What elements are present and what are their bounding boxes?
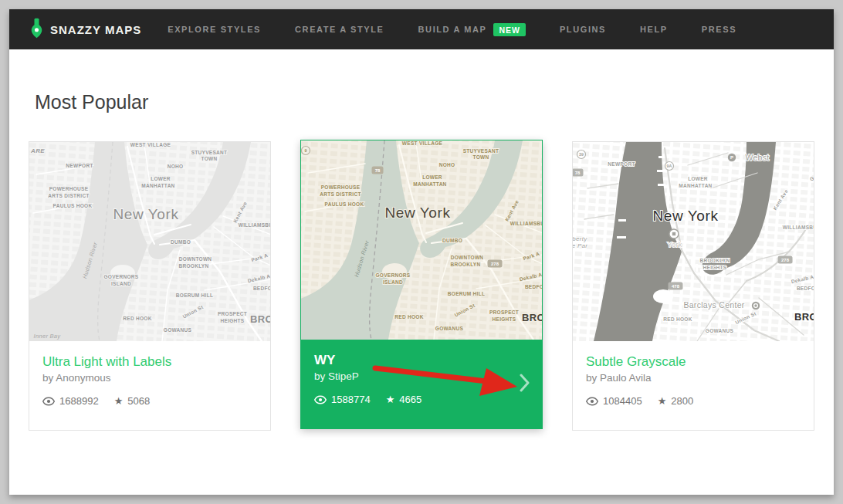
svg-text:GOVERNORS: GOVERNORS — [376, 272, 411, 278]
svg-text:WEST VILLAGE: WEST VILLAGE — [130, 142, 171, 147]
svg-text:BOERUM HILL: BOERUM HILL — [448, 291, 485, 296]
stars-stat: ★ 4665 — [386, 394, 422, 405]
svg-text:LOWER: LOWER — [151, 176, 171, 181]
views-stat: 1084405 — [586, 395, 642, 407]
svg-text:BROOKLYN: BROOKLYN — [179, 263, 209, 269]
svg-text:278: 278 — [491, 262, 499, 266]
svg-text:ISLAND: ISLAND — [111, 281, 131, 286]
nav-press[interactable]: PRESS — [702, 25, 736, 34]
svg-text:New York: New York — [384, 205, 450, 221]
views-count: 1588774 — [331, 394, 371, 405]
star-icon: ★ — [114, 396, 124, 406]
svg-text:HEIGHTS: HEIGHTS — [493, 316, 516, 322]
chevron-right-icon[interactable] — [520, 373, 530, 396]
svg-text:Inner Bay: Inner Bay — [34, 333, 62, 340]
svg-text:478: 478 — [672, 284, 680, 289]
svg-text:DOWNTOWN: DOWNTOWN — [451, 255, 484, 260]
top-navbar: SNAZZY MAPS EXPLORE STYLES CREATE A STYL… — [9, 9, 834, 49]
svg-text:BRO: BRO — [794, 311, 814, 323]
svg-text:NOHO: NOHO — [439, 162, 455, 167]
svg-text:BEDFO: BEDFO — [253, 286, 270, 291]
svg-text:9A: 9A — [667, 164, 672, 168]
stars-stat: ★ 5068 — [114, 395, 151, 407]
svg-text:berty: berty — [573, 235, 587, 242]
svg-text:DUMBO: DUMBO — [442, 238, 462, 243]
svg-text:BROOKLYN: BROOKLYN — [451, 262, 481, 267]
stars-count: 5068 — [127, 395, 150, 407]
map-preview-wy[interactable]: 9WEST VILLAGESTUYVESANTTOWNNOHO78LOWERMA… — [301, 140, 542, 340]
svg-text:BROOKLYN: BROOKLYN — [700, 258, 730, 263]
svg-text:PAULUS HOOK: PAULUS HOOK — [53, 203, 93, 208]
brand-name: SNAZZY MAPS — [50, 23, 141, 36]
brand-logo[interactable]: SNAZZY MAPS — [31, 18, 141, 42]
new-badge: NEW — [493, 23, 526, 36]
svg-text:TOWN: TOWN — [473, 154, 489, 160]
style-title-link[interactable]: Ultra Light with Labels — [42, 353, 257, 370]
eye-icon — [586, 397, 598, 406]
card-footer: Ultra Light with Labels by Anonymous 168… — [29, 341, 270, 430]
nav-build-a-map[interactable]: BUILD A MAP NEW — [418, 23, 526, 36]
svg-text:BRO: BRO — [250, 313, 270, 325]
card-footer: Subtle Grayscale by Paulo Avila 1084405 … — [573, 341, 814, 430]
nav-create-a-style[interactable]: CREATE A STYLE — [295, 25, 384, 34]
svg-text:ARTS DISTRICT: ARTS DISTRICT — [320, 191, 361, 197]
svg-text:BRO: BRO — [522, 312, 542, 323]
svg-text:Barclays Center: Barclays Center — [683, 300, 744, 310]
svg-text:ARTS DISTRICT: ARTS DISTRICT — [48, 193, 89, 198]
svg-text:RED HOOK: RED HOOK — [123, 316, 151, 321]
snazzy-maps-page: SNAZZY MAPS EXPLORE STYLES CREATE A STYL… — [9, 9, 834, 495]
map-image-wy: 9WEST VILLAGESTUYVESANTTOWNNOHO78LOWERMA… — [301, 140, 542, 340]
svg-text:NEWPORT: NEWPORT — [608, 161, 635, 167]
views-stat: 1688992 — [42, 395, 99, 407]
nav-help[interactable]: HELP — [640, 25, 668, 34]
svg-text:HEIGHTS: HEIGHTS — [221, 318, 245, 323]
star-icon: ★ — [386, 394, 395, 404]
stars-stat: ★ 2800 — [658, 395, 694, 407]
svg-text:HEIGHTS: HEIGHTS — [703, 265, 727, 270]
map-preview-subtle-grayscale[interactable]: 3978NEWPORT9APWebstGLOWERMANHATTANKent A… — [573, 142, 814, 341]
card-footer-hovered: WY by StipeP 1588774 ★ 4665 — [301, 340, 542, 428]
svg-text:LOWER: LOWER — [688, 176, 708, 181]
nav-items: EXPLORE STYLES CREATE A STYLE BUILD A MA… — [168, 23, 736, 36]
svg-text:NOHO: NOHO — [168, 164, 184, 169]
stars-count: 4665 — [399, 394, 422, 405]
views-count: 1084405 — [603, 395, 642, 407]
nav-plugins[interactable]: PLUGINS — [560, 25, 606, 34]
card-stats: 1688992 ★ 5068 — [42, 395, 257, 407]
svg-text:MANHATTAN: MANHATTAN — [679, 183, 712, 188]
style-author: by Anonymous — [42, 372, 257, 384]
svg-text:NEWPORT: NEWPORT — [66, 163, 93, 168]
card-stats: 1588774 ★ 4665 — [314, 394, 529, 405]
svg-text:ISLAND: ISLAND — [383, 279, 403, 285]
svg-text:POWERHOUSE: POWERHOUSE — [321, 184, 361, 190]
map-preview-ultra-light[interactable]: AREWEST VILLAGESTUYVESANTTOWNNEWPORTNOHO… — [29, 142, 270, 341]
svg-text:78: 78 — [375, 168, 381, 173]
nav-explore-styles[interactable]: EXPLORE STYLES — [168, 25, 261, 34]
svg-text:RED HOOK: RED HOOK — [663, 316, 692, 322]
svg-text:GOWANUS: GOWANUS — [164, 327, 192, 333]
svg-text:WILLIAMSBU: WILLIAMSBU — [783, 225, 814, 230]
svg-text:STUYVESANT: STUYVESANT — [191, 150, 228, 155]
svg-text:PAULUS HOOK: PAULUS HOOK — [325, 201, 364, 207]
svg-text:GOVERNORS: GOVERNORS — [104, 274, 139, 279]
star-icon: ★ — [658, 396, 667, 406]
card-stats: 1084405 ★ 2800 — [586, 395, 801, 407]
svg-text:PROSPECT: PROSPECT — [489, 310, 519, 315]
style-card-ultra-light-with-labels[interactable]: AREWEST VILLAGESTUYVESANTTOWNNEWPORTNOHO… — [29, 141, 271, 431]
style-author: by Paulo Avila — [586, 372, 801, 384]
svg-text:LOWER: LOWER — [422, 174, 442, 180]
style-title-link[interactable]: Subtle Grayscale — [586, 353, 801, 370]
svg-text:e Par: e Par — [573, 242, 587, 249]
style-title-link[interactable]: WY — [314, 352, 529, 368]
map-image-subtle-grayscale: 3978NEWPORT9APWebstGLOWERMANHATTANKent A… — [573, 142, 814, 341]
style-author: by StipeP — [314, 370, 529, 382]
views-stat: 1588774 — [314, 394, 371, 405]
style-card-subtle-grayscale[interactable]: 3978NEWPORT9APWebstGLOWERMANHATTANKent A… — [572, 141, 814, 431]
svg-text:39: 39 — [579, 152, 584, 157]
eye-icon — [42, 397, 55, 406]
style-card-wy[interactable]: 9WEST VILLAGESTUYVESANTTOWNNOHO78LOWERMA… — [300, 140, 543, 429]
svg-text:MANHATTAN: MANHATTAN — [141, 183, 174, 188]
svg-text:DUMBO: DUMBO — [171, 239, 191, 245]
svg-text:RED HOOK: RED HOOK — [394, 314, 423, 320]
svg-text:G: G — [810, 176, 814, 181]
